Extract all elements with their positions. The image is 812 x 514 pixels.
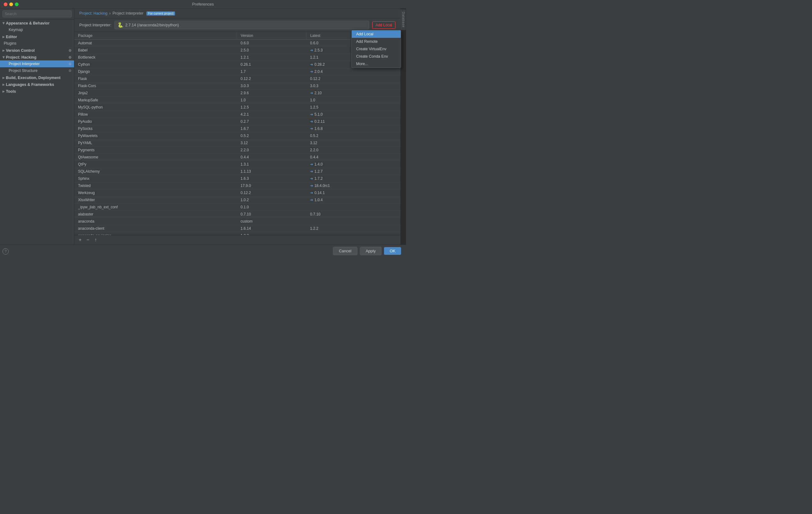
chevron-icon: ▶ <box>2 22 5 25</box>
cell-package: alabaster <box>74 211 237 218</box>
close-button[interactable] <box>4 2 7 6</box>
table-row[interactable]: alabaster0.7.100.7.10 <box>74 211 400 218</box>
cell-latest: 0.7.10 <box>306 211 400 218</box>
sidebar-item-editor[interactable]: ▶ Editor <box>0 33 74 40</box>
title-bar: Preferences <box>0 0 406 9</box>
chevron-icon: ▶ <box>2 90 5 93</box>
add-package-button[interactable]: + <box>77 237 83 243</box>
cell-package: PyYAML <box>74 139 237 146</box>
maximize-button[interactable] <box>15 2 19 6</box>
cell-package: Bottleneck <box>74 54 237 61</box>
table-row[interactable]: anacondacustom <box>74 218 400 225</box>
table-row[interactable]: QtPy1.3.1➜1.4.0 <box>74 161 400 168</box>
cell-package: Sphinx <box>74 175 237 182</box>
sidebar-item-plugins[interactable]: Plugins <box>0 40 74 47</box>
chevron-icon: ▶ <box>2 35 5 38</box>
table-row[interactable]: Pygments2.2.02.2.0 <box>74 146 400 154</box>
dropdown-item-add-remote[interactable]: Add Remote <box>352 38 400 45</box>
cell-package: PyWavelets <box>74 132 237 139</box>
add-local-button[interactable]: Add Local <box>372 21 396 29</box>
search-input[interactable] <box>2 10 71 17</box>
sidebar-item-build-execution[interactable]: ▶ Build, Execution, Deployment <box>0 74 74 81</box>
dropdown-item-more[interactable]: More... <box>352 60 400 67</box>
table-row[interactable]: Flask-Cors3.0.33.0.3 <box>74 82 400 89</box>
table-row[interactable]: Django1.7➜2.0.4 <box>74 68 400 75</box>
cell-latest <box>306 232 400 235</box>
table-row[interactable]: anaconda-navigator1.8.3 <box>74 232 400 235</box>
cell-latest: ➜0.14.1 <box>306 189 400 196</box>
column-package[interactable]: Package <box>74 32 237 40</box>
cancel-button[interactable]: Cancel <box>333 247 357 255</box>
table-row[interactable]: _ipyw_jlab_nb_ext_conf0.1.0 <box>74 204 400 211</box>
sidebar-item-tools[interactable]: ▶ Tools <box>0 88 74 94</box>
table-row[interactable]: QtAwesome0.4.40.4.4 <box>74 154 400 161</box>
table-row[interactable]: PySocks1.6.7➜1.6.8 <box>74 125 400 132</box>
sidebar-item-label: Editor <box>6 35 17 39</box>
cell-version: 0.12.2 <box>237 189 306 196</box>
table-row[interactable]: Jinja22.9.6➜2.10 <box>74 89 400 97</box>
apply-button[interactable]: Apply <box>360 247 382 255</box>
table-row[interactable]: PyWavelets0.5.20.5.2 <box>74 132 400 139</box>
content-area: Project: Hacking › Project Interpreter F… <box>74 9 400 245</box>
dropdown-item-add-local[interactable]: Add Local <box>352 30 400 38</box>
chevron-icon: ▶ <box>2 83 5 86</box>
database-tab[interactable]: Database <box>401 9 406 30</box>
chevron-icon: ▶ <box>2 76 5 79</box>
cell-latest: 1.2.2 <box>306 225 400 232</box>
table-row[interactable]: PyYAML3.123.12 <box>74 139 400 146</box>
breadcrumb-current: Project Interpreter <box>112 11 143 16</box>
cell-latest: ➜2.10 <box>306 89 400 97</box>
table-row[interactable]: Pillow4.2.1➜5.1.0 <box>74 111 400 118</box>
table-row[interactable]: Flask0.12.20.12.2 <box>74 75 400 82</box>
ok-button[interactable]: OK <box>384 247 401 255</box>
upgrade-package-button[interactable]: ↑ <box>93 237 99 243</box>
cell-version: 0.4.4 <box>237 154 306 161</box>
table-row[interactable]: SQLAlchemy1.1.13➜1.2.7 <box>74 168 400 175</box>
sidebar-item-project-hacking[interactable]: ▶ Project: Hacking ⚙ <box>0 54 74 60</box>
sidebar-item-label: Keymap <box>9 28 23 32</box>
cell-latest: 1.0 <box>306 97 400 104</box>
sidebar-item-appearance[interactable]: ▶ Appearance & Behavior <box>0 20 74 26</box>
table-row[interactable]: MySQL-python1.2.51.2.5 <box>74 104 400 111</box>
dropdown-item-create-virtualenv[interactable]: Create VirtualEnv <box>352 45 400 53</box>
minimize-button[interactable] <box>9 2 13 6</box>
cell-package: anaconda <box>74 218 237 225</box>
cell-version: 0.26.1 <box>237 61 306 68</box>
table-row[interactable]: Twisted17.9.0➜18.4.0rc1 <box>74 182 400 189</box>
table-row[interactable]: anaconda-client1.6.141.2.2 <box>74 225 400 232</box>
cell-version: 0.2.7 <box>237 118 306 125</box>
chevron-icon: ▶ <box>2 49 5 52</box>
sidebar-item-project-interpreter[interactable]: Project Interpreter ⚙ <box>0 60 74 67</box>
sidebar-item-languages-frameworks[interactable]: ▶ Languages & Frameworks <box>0 81 74 88</box>
cell-package: Twisted <box>74 182 237 189</box>
sidebar-item-project-structure[interactable]: Project Structure ⚙ <box>0 67 74 74</box>
breadcrumb-project[interactable]: Project: Hacking <box>79 11 108 16</box>
cell-package: Werkzeug <box>74 189 237 196</box>
cell-latest: 0.12.2 <box>306 75 400 82</box>
sidebar: ▶ Appearance & Behavior Keymap ▶ Editor … <box>0 9 74 245</box>
sidebar-item-version-control[interactable]: ▶ Version Control ⚙ <box>0 47 74 54</box>
table-row[interactable]: XlsxWriter1.0.2➜1.0.4 <box>74 196 400 204</box>
cell-latest: ➜1.2.7 <box>306 168 400 175</box>
cell-package: Flask <box>74 75 237 82</box>
cell-version: 4.2.1 <box>237 111 306 118</box>
cell-latest <box>306 218 400 225</box>
table-row[interactable]: Werkzeug0.12.2➜0.14.1 <box>74 189 400 196</box>
cell-latest: ➜5.1.0 <box>306 111 400 118</box>
table-row[interactable]: PyAudio0.2.7➜0.2.11 <box>74 118 400 125</box>
dropdown-item-create-conda-env[interactable]: Create Conda Env <box>352 53 400 60</box>
sidebar-item-label: Tools <box>6 89 16 93</box>
table-row[interactable]: MarkupSafe1.01.0 <box>74 97 400 104</box>
cell-package: XlsxWriter <box>74 196 237 204</box>
cell-package: MarkupSafe <box>74 97 237 104</box>
column-version[interactable]: Version <box>237 32 306 40</box>
cell-latest: 3.0.3 <box>306 82 400 89</box>
interpreter-value[interactable]: 🐍 2.7.14 (/anaconda2/bin/python) <box>115 21 369 29</box>
cell-version: 3.0.3 <box>237 82 306 89</box>
remove-package-button[interactable]: − <box>85 237 91 243</box>
table-row[interactable]: Sphinx1.6.3➜1.7.2 <box>74 175 400 182</box>
sidebar-item-keymap[interactable]: Keymap <box>0 26 74 33</box>
help-button[interactable]: ? <box>2 248 9 254</box>
python-icon: 🐍 <box>117 22 123 28</box>
cell-version: 1.0.2 <box>237 196 306 204</box>
